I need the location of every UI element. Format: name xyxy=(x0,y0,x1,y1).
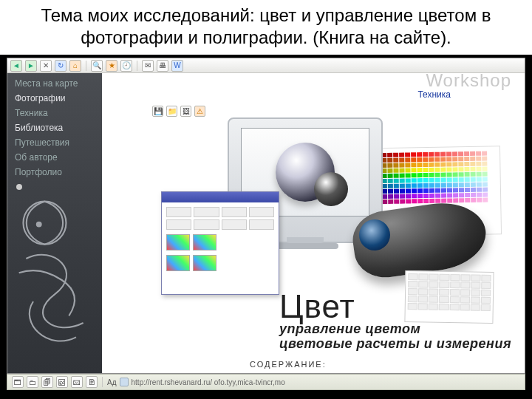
app-icon[interactable]: 🗔 xyxy=(12,376,24,388)
celtic-ornament xyxy=(12,191,98,369)
word-icon[interactable]: W xyxy=(171,60,183,72)
book-subtitle-2: цветовые расчеты и измерения xyxy=(279,336,511,352)
contents-label: СОДЕРЖАНИЕ: xyxy=(250,360,327,369)
stop-icon[interactable]: ✕ xyxy=(40,60,52,72)
app-icon[interactable]: 🗟 xyxy=(56,376,68,388)
forward-icon[interactable]: ► xyxy=(25,60,37,72)
page-main: Workshop Техника 💾 📁 🖼 ⚠ xyxy=(102,73,525,373)
sidebar-item-portfolio[interactable]: Портфолио xyxy=(7,165,102,180)
svg-point-0 xyxy=(23,202,66,245)
book-title: Цвет xyxy=(279,292,511,321)
print-icon[interactable]: 🖶 xyxy=(157,60,168,72)
sidebar-item-author[interactable]: Об авторе xyxy=(7,150,102,165)
app-window xyxy=(161,191,279,295)
address-label: Ад xyxy=(107,378,117,386)
toolbar-separator xyxy=(102,377,103,387)
app-icon[interactable]: 🖂 xyxy=(71,376,83,388)
back-icon[interactable]: ◄ xyxy=(10,60,22,72)
sidebar-item-places[interactable]: Места на карте xyxy=(7,76,102,91)
home-icon[interactable]: ⌂ xyxy=(69,60,81,72)
toolbar-separator xyxy=(137,61,137,71)
app-thumb-grid xyxy=(166,207,274,230)
address-url: http://rent.rshevanard.ru/ ofo.tyy,mica-… xyxy=(132,378,285,386)
favorites-icon[interactable]: ★ xyxy=(106,60,117,72)
inner-toolbar: 💾 📁 🖼 ⚠ xyxy=(152,106,205,117)
image-icon[interactable]: 🖼 xyxy=(180,106,191,117)
spectrophotometer xyxy=(353,206,486,273)
app-window-titlebar xyxy=(162,192,279,202)
address-bar[interactable]: Ад http://rent.rshevanard.ru/ ofo.tyy,mi… xyxy=(107,378,520,386)
app-icon[interactable]: 🗀 xyxy=(27,376,38,388)
toolbar-separator xyxy=(86,61,86,71)
sidebar-item-library[interactable]: Библиотека xyxy=(7,120,102,135)
sidebar-item-tech[interactable]: Техника xyxy=(7,106,102,120)
color-swatch xyxy=(166,234,190,250)
site-sidebar: Места на карте Фотографии Техника Библио… xyxy=(7,73,102,373)
workshop-watermark: Workshop xyxy=(426,73,511,91)
favicon-icon xyxy=(120,378,129,386)
book-subtitle-1: управление цветом xyxy=(279,321,511,337)
warn-icon[interactable]: ⚠ xyxy=(194,106,205,117)
status-bar: 🗔 🗀 🗐 🗟 🖂 🖹 Ад http://rent.rshevanard.ru… xyxy=(7,374,525,390)
color-swatch xyxy=(193,255,216,271)
slide-title: Тема моих исследований: цвет и управлени… xyxy=(0,0,532,55)
app-icon[interactable]: 🖹 xyxy=(86,376,98,388)
breadcrumb[interactable]: Техника xyxy=(417,89,451,100)
folder-icon[interactable]: 📁 xyxy=(166,106,177,117)
search-icon[interactable]: 🔍 xyxy=(91,60,103,72)
book-title-block: Цвет управление цветом цветовые расчеты … xyxy=(279,292,511,352)
refresh-icon[interactable]: ↻ xyxy=(55,60,66,72)
browser-window: ◄ ► ✕ ↻ ⌂ 🔍 ★ 🕘 ✉ 🖶 W Места на карте Фот… xyxy=(7,58,525,374)
svg-point-1 xyxy=(37,222,41,227)
save-icon[interactable]: 💾 xyxy=(152,106,163,117)
sidebar-item-travel[interactable]: Путешествия xyxy=(7,135,102,150)
sidebar-bullet xyxy=(16,184,22,190)
browser-toolbar: ◄ ► ✕ ↻ ⌂ 🔍 ★ 🕘 ✉ 🖶 W xyxy=(7,58,525,73)
lens-orb xyxy=(276,143,335,202)
mail-icon[interactable]: ✉ xyxy=(142,60,154,72)
color-swatch xyxy=(193,234,216,250)
app-icon[interactable]: 🗐 xyxy=(41,376,53,388)
history-icon[interactable]: 🕘 xyxy=(120,60,132,72)
sidebar-item-photos[interactable]: Фотографии xyxy=(7,91,102,106)
color-swatch xyxy=(166,255,190,271)
